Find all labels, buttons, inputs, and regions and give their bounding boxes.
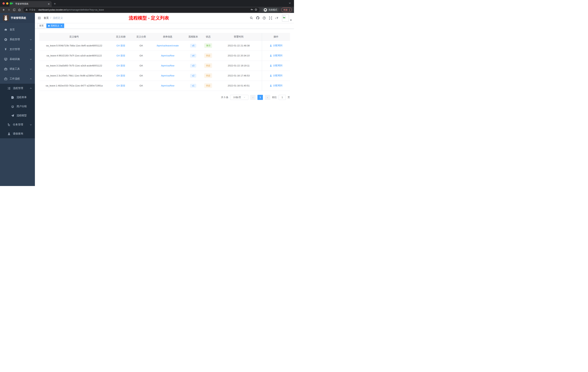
assign-rule-button[interactable]: 分配规则 bbox=[270, 74, 282, 77]
sidebar-item-process-mgmt[interactable]: 流程管理 bbox=[0, 84, 35, 93]
assign-rule-button[interactable]: 分配规则 bbox=[270, 54, 282, 57]
status-badge: 挂起 bbox=[204, 53, 212, 58]
form-info-link[interactable]: /bpm/oa/leave/create bbox=[157, 44, 178, 47]
sidebar-item-process-model[interactable]: 流程模型 bbox=[0, 111, 35, 120]
definition-name-link[interactable]: OA 请假 bbox=[116, 64, 125, 67]
user-icon bbox=[270, 55, 272, 57]
sidebar-item-leave-query[interactable]: 请假查询 bbox=[0, 129, 35, 138]
update-label: 更新 bbox=[283, 8, 288, 11]
definition-category: OA bbox=[139, 54, 143, 57]
goto-page-input[interactable] bbox=[279, 95, 286, 100]
table-header-row: 定义编号定义名称定义分类表单信息流程版本状态部署时间操作 bbox=[39, 33, 290, 41]
definition-name-link[interactable]: OA 请假 bbox=[116, 44, 125, 47]
url-path: /bpm/manager/definition?key=oa_leave bbox=[66, 9, 104, 11]
version-badge: v4 bbox=[190, 54, 196, 57]
chevron-down-icon bbox=[30, 48, 32, 51]
tag-home-label: 首页 bbox=[39, 24, 44, 27]
form-info-link[interactable]: /bpm/oa/flow bbox=[161, 64, 174, 67]
table-row: oa_leave:4:991f2193-7b7f-11ec-a3c8-acde4… bbox=[39, 51, 290, 61]
definition-id: oa_leave:5:004b710b-7b8a-11ec-8ef0-acde4… bbox=[46, 44, 102, 47]
avatar-dropdown-caret-icon[interactable] bbox=[290, 20, 292, 21]
prev-page-button[interactable]: ‹ bbox=[250, 95, 256, 100]
version-badge: v5 bbox=[190, 44, 196, 47]
column-header: 定义分类 bbox=[133, 33, 150, 41]
tag-process-definition[interactable]: 流程定义 ✕ bbox=[46, 23, 64, 28]
fullscreen-icon[interactable] bbox=[269, 16, 272, 20]
forward-button[interactable] bbox=[8, 8, 10, 11]
tag-home[interactable]: 首页 bbox=[37, 23, 45, 28]
assign-rule-button[interactable]: 分配规则 bbox=[270, 64, 282, 67]
password-key-icon[interactable] bbox=[251, 8, 253, 11]
sidebar-item-system[interactable]: 系统管理 bbox=[0, 34, 35, 44]
home-button[interactable] bbox=[18, 8, 21, 11]
pagination: 共 5 条 10条/页 ‹ 1 › 前往 页 bbox=[39, 95, 290, 100]
tab-strip-chevron-down-icon[interactable] bbox=[289, 2, 291, 5]
chevron-down-icon bbox=[30, 38, 32, 41]
sidebar-item-user-group[interactable]: 用户分组 bbox=[0, 102, 35, 111]
new-tab-button[interactable]: + bbox=[54, 2, 56, 6]
sidebar-item-home[interactable]: 首页 bbox=[0, 25, 35, 34]
avatar-broken-image[interactable] bbox=[282, 15, 289, 22]
update-button[interactable]: 更新 bbox=[281, 8, 292, 12]
column-header: 表单信息 bbox=[150, 33, 185, 41]
url-text[interactable]: dashboard.yudao.iocoder.cn/bpm/manager/d… bbox=[38, 9, 104, 11]
bookmark-star-icon[interactable] bbox=[254, 8, 257, 11]
close-window-button[interactable] bbox=[2, 2, 5, 5]
status-badge: 挂起 bbox=[204, 73, 212, 78]
definition-name-link[interactable]: OA 请假 bbox=[116, 84, 125, 87]
reload-button[interactable] bbox=[13, 8, 16, 11]
sidebar-item-label: 研发工具 bbox=[10, 67, 20, 71]
assign-rule-label: 分配规则 bbox=[273, 54, 282, 57]
sidebar-item-task-mgmt[interactable]: 任务管理 bbox=[0, 120, 35, 129]
browser-menu-icon[interactable] bbox=[289, 9, 290, 11]
svg-text:T: T bbox=[275, 17, 276, 19]
definition-name-link[interactable]: OA 请假 bbox=[116, 54, 125, 57]
form-info-link[interactable]: /bpm/oa/flow bbox=[161, 54, 174, 57]
tag-close-icon[interactable]: ✕ bbox=[61, 25, 62, 27]
search-icon[interactable] bbox=[250, 16, 253, 20]
page-content: 定义编号定义名称定义分类表单信息流程版本状态部署时间操作 oa_leave:5:… bbox=[35, 29, 294, 186]
maximize-window-button[interactable] bbox=[10, 2, 12, 5]
minimize-window-button[interactable] bbox=[6, 2, 8, 5]
back-button[interactable] bbox=[2, 8, 5, 11]
definition-id: oa_leave:3:1fad3d93-7b75-11ec-a3c8-acde4… bbox=[46, 64, 102, 67]
browser-tab[interactable]: 芋道管理系统 ✕ bbox=[10, 1, 52, 7]
column-header: 部署时间 bbox=[215, 33, 262, 41]
status-badge: 挂起 bbox=[204, 63, 212, 68]
sidebar-item-workflow[interactable]: 工作流程 bbox=[0, 74, 35, 84]
breadcrumb-home[interactable]: 首页 bbox=[44, 16, 49, 19]
help-question-icon[interactable]: ? bbox=[262, 16, 266, 20]
tab-close-icon[interactable]: ✕ bbox=[48, 2, 50, 5]
definition-id: oa_leave:1:482ec033-762a-11ec-8477-a2380… bbox=[46, 84, 103, 87]
column-header: 流程版本 bbox=[185, 33, 201, 41]
window-controls bbox=[2, 0, 12, 7]
sidebar-item-dev-tools[interactable]: 研发工具 bbox=[0, 64, 35, 74]
goto-prefix: 前往 bbox=[272, 96, 277, 99]
dashboard-icon bbox=[4, 28, 7, 31]
assign-rule-button[interactable]: 分配规则 bbox=[270, 44, 282, 47]
current-page-button[interactable]: 1 bbox=[257, 95, 263, 100]
sidebar-item-infrastructure[interactable]: 基础设施 bbox=[0, 54, 35, 64]
chevron-down-icon bbox=[30, 58, 32, 60]
form-info-link[interactable]: /bpm/oa/flow bbox=[161, 74, 174, 77]
sidebar-item-payment[interactable]: ¥支付管理 bbox=[0, 44, 35, 54]
font-size-icon[interactable]: TT bbox=[275, 16, 279, 20]
form-info-link[interactable]: /bpm/oa/flow bbox=[161, 84, 174, 87]
sidebar-toggle-hamburger-icon[interactable] bbox=[35, 16, 44, 20]
sidebar-item-label: 支付管理 bbox=[10, 48, 20, 51]
security-warning-icon[interactable] bbox=[25, 8, 28, 11]
next-page-button[interactable]: › bbox=[265, 95, 270, 100]
sidebar: 芋道管理系统 首页系统管理¥支付管理基础设施研发工具工作流程流程管理流程表单用户… bbox=[0, 13, 35, 186]
sidebar-logo-row[interactable]: 芋道管理系统 bbox=[0, 13, 35, 23]
security-label[interactable]: 不安全 bbox=[29, 8, 36, 11]
url-bar[interactable]: 不安全 dashboard.yudao.iocoder.cn/bpm/manag… bbox=[23, 8, 260, 12]
list-icon bbox=[7, 87, 10, 90]
user-icon bbox=[270, 85, 272, 87]
deploy-time: 2022-01-22 19:19:11 bbox=[228, 64, 250, 67]
assign-rule-button[interactable]: 分配规则 bbox=[270, 84, 282, 87]
sidebar-item-process-form[interactable]: 流程表单 bbox=[0, 93, 35, 102]
column-header: 定义名称 bbox=[109, 33, 133, 41]
github-icon[interactable] bbox=[256, 16, 260, 20]
page-size-select[interactable]: 10条/页 bbox=[230, 95, 248, 100]
definition-name-link[interactable]: OA 请假 bbox=[116, 74, 125, 77]
